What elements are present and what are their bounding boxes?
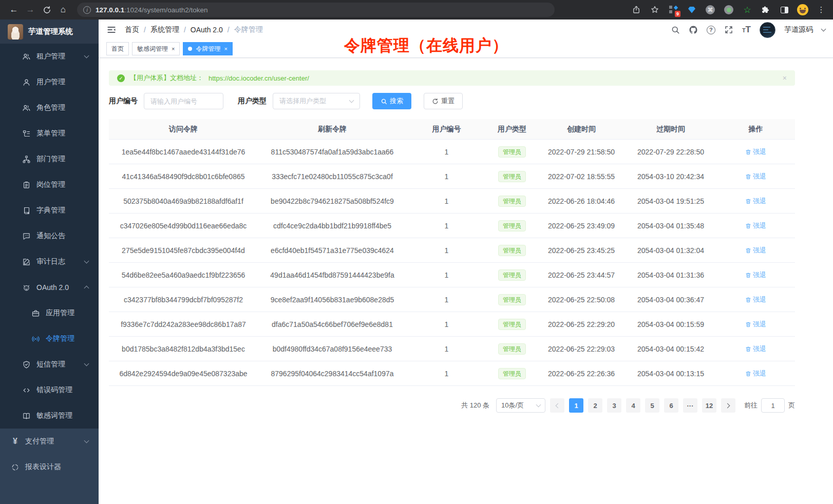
page-button-6[interactable]: 6	[664, 398, 678, 413]
access-token-cell: 6d842e2924594de9a09e45e087323abe	[109, 370, 258, 378]
tab-敏感词管理[interactable]: 敏感词管理×	[132, 42, 180, 55]
site-info-icon[interactable]: i	[83, 6, 91, 14]
sidebar-item-token[interactable]: 令牌管理	[0, 326, 99, 352]
home-icon[interactable]: ⌂	[55, 2, 71, 17]
profile-avatar[interactable]	[797, 4, 808, 15]
sidebar-item-report[interactable]: 报表设计器	[0, 454, 99, 480]
user-type-select[interactable]: 请选择用户类型	[273, 93, 360, 109]
extension-grid-icon[interactable]: 9	[668, 4, 679, 15]
page-button-4[interactable]: 4	[626, 398, 640, 413]
user-id-input[interactable]	[144, 93, 223, 109]
sidebar-item-tenant[interactable]: 租户管理	[0, 44, 99, 69]
force-logout-button[interactable]: 强退	[745, 320, 766, 329]
access-token-cell: b0d1785bc3a8482f812db4a3f3bd15ec	[109, 345, 258, 353]
command-extension-icon[interactable]: ⌘	[705, 4, 716, 15]
tab-close-icon[interactable]: ×	[224, 46, 227, 52]
sidebar-item-sensitive[interactable]: 敏感词管理	[0, 403, 99, 429]
back-icon[interactable]: ←	[6, 2, 22, 17]
sidebar-item-user[interactable]: 用户管理	[0, 69, 99, 95]
recorder-extension-icon[interactable]	[723, 4, 734, 15]
sidebar-item-sms[interactable]: 短信管理	[0, 352, 99, 377]
alert-text: 【用户体系】文档地址：	[130, 73, 203, 83]
green-star-extension-icon[interactable]: ☆	[742, 4, 753, 15]
sidebar-item-menu[interactable]: 菜单管理	[0, 121, 99, 146]
gem-extension-icon[interactable]	[686, 4, 697, 15]
sidebar-item-notice[interactable]: 通知公告	[0, 223, 99, 249]
sidebar-item-audit[interactable]: 审计日志	[0, 249, 99, 275]
robot-icon	[22, 283, 31, 292]
page-size-select[interactable]: 10条/页	[496, 398, 545, 413]
sidebar-item-oauth-app[interactable]: 应用管理	[0, 300, 99, 326]
page-ellipsis-button[interactable]: ···	[683, 398, 697, 413]
force-logout-button[interactable]: 强退	[745, 270, 766, 280]
user-type-tag: 管理员	[498, 343, 526, 355]
action-cell: 强退	[716, 344, 795, 354]
search-icon[interactable]	[671, 25, 680, 34]
bookmark-star-icon[interactable]	[649, 4, 660, 15]
breadcrumb-item[interactable]: OAuth 2.0	[191, 26, 223, 34]
app-logo[interactable]: 芋道管理系统	[0, 20, 99, 44]
tab-首页[interactable]: 首页	[106, 42, 129, 55]
page-button-12[interactable]: 12	[702, 398, 716, 413]
user-avatar[interactable]	[760, 22, 775, 38]
created-time-cell: 2022-06-25 23:45:25	[538, 246, 625, 255]
code-icon	[22, 386, 31, 395]
collapse-sidebar-icon[interactable]	[106, 25, 117, 35]
share-icon[interactable]	[631, 4, 642, 15]
chrome-menu-icon[interactable]: ⋮	[816, 4, 827, 15]
page-button-1[interactable]: 1	[569, 398, 583, 413]
breadcrumb-item[interactable]: 系统管理	[150, 25, 179, 34]
sidebar-item-label: 敏感词管理	[36, 411, 72, 420]
goto-page-input[interactable]	[761, 398, 785, 413]
refresh-token-cell: e6cfd40eb1f54571a31e775e039c4624	[258, 246, 407, 255]
user-type-tag: 管理员	[498, 245, 526, 256]
goto-label: 前往	[744, 401, 758, 410]
column-header: 创建时间	[538, 125, 625, 134]
sidebar-item-errcode[interactable]: 错误码管理	[0, 377, 99, 403]
force-logout-button[interactable]: 强退	[745, 147, 766, 157]
sidebar-item-post[interactable]: 岗位管理	[0, 172, 99, 198]
help-icon[interactable]: ?	[707, 26, 715, 34]
alert-doc-link[interactable]: https://doc.iocoder.cn/user-center/	[209, 74, 309, 82]
page-button-5[interactable]: 5	[645, 398, 659, 413]
url-bar[interactable]: i 127.0.0.1:1024/system/oauth2/token	[77, 3, 555, 17]
force-logout-button[interactable]: 强退	[745, 197, 766, 206]
force-logout-button[interactable]: 强退	[745, 172, 766, 181]
sidebar-item-role[interactable]: 角色管理	[0, 95, 99, 121]
force-logout-button[interactable]: 强退	[745, 246, 766, 255]
fullscreen-icon[interactable]	[724, 25, 733, 34]
sidebar-item-dict[interactable]: 字典管理	[0, 198, 99, 223]
user-menu-caret-icon[interactable]	[821, 26, 826, 31]
username[interactable]: 芋道源码	[784, 25, 813, 34]
next-page-button[interactable]	[721, 398, 735, 413]
user-type-cell: 管理员	[486, 171, 538, 182]
sidebar-item-oauth2[interactable]: OAuth 2.0	[0, 275, 99, 300]
action-cell: 强退	[716, 320, 795, 329]
force-logout-button[interactable]: 强退	[745, 221, 766, 230]
reset-button[interactable]: 重置	[424, 93, 463, 109]
font-size-icon[interactable]: TT	[742, 25, 751, 35]
breadcrumb-item[interactable]: 首页	[125, 25, 139, 34]
puzzle-extensions-icon[interactable]	[760, 4, 771, 15]
page-button-3[interactable]: 3	[607, 398, 621, 413]
force-logout-button[interactable]: 强退	[745, 344, 766, 354]
reload-icon[interactable]	[39, 2, 54, 17]
forward-icon[interactable]: →	[23, 2, 38, 17]
table-row: 275e5de9151045fe87cbdc395e004f4de6cfd40e…	[109, 238, 795, 263]
sidebar-item-pay[interactable]: ¥支付管理	[0, 429, 99, 454]
table-row: c347026e805e4d99b0d116eae66eda8ccdfc4ce9…	[109, 214, 795, 238]
side-panel-icon[interactable]	[779, 4, 790, 15]
prev-page-button[interactable]	[550, 398, 564, 413]
force-logout-button[interactable]: 强退	[745, 295, 766, 304]
force-logout-button[interactable]: 强退	[745, 369, 766, 378]
comment-icon	[22, 232, 31, 241]
tab-令牌管理[interactable]: 令牌管理×	[183, 42, 232, 55]
page-button-2[interactable]: 2	[588, 398, 602, 413]
github-icon[interactable]	[689, 25, 698, 34]
app-title: 芋道管理系统	[28, 27, 73, 36]
alert-close-icon[interactable]: ×	[783, 74, 787, 82]
search-button[interactable]: 搜索	[372, 93, 411, 109]
sidebar-item-dept[interactable]: 部门管理	[0, 146, 99, 172]
tab-close-icon[interactable]: ×	[172, 46, 175, 52]
table-row: 54d6be82ee5a460a9aedc1f9bf22365649d1aa46…	[109, 263, 795, 287]
